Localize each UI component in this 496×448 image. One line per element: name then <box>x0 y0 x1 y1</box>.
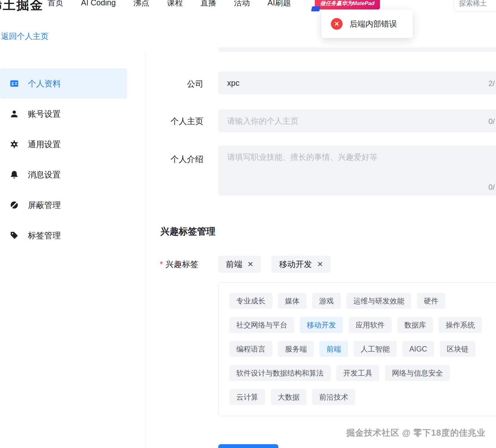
search-box <box>454 0 496 12</box>
tag-option[interactable]: 媒体 <box>278 293 307 309</box>
interest-tags-label: *兴趣标签 <box>160 259 198 270</box>
sidebar-item-label: 个人资料 <box>28 78 61 89</box>
required-star: * <box>160 259 163 269</box>
nav-item-home[interactable]: 首页 <box>47 0 63 9</box>
sidebar-item-account[interactable]: 账号设置 <box>0 99 127 129</box>
close-icon[interactable]: ✕ <box>247 261 253 268</box>
tag-option[interactable]: 前沿技术 <box>312 389 355 405</box>
tag-row: 编程语言 服务端 前端 人工智能 AIGC 区块链 <box>229 341 496 357</box>
intro-label: 个人介绍 <box>160 154 203 165</box>
company-input[interactable] <box>218 72 496 94</box>
community-watermark: 掘金技术社区 @ 零下18度的佳兆业 <box>346 427 486 439</box>
selected-tag-mobile[interactable]: 移动开发 ✕ <box>271 256 331 273</box>
nav-item-courses[interactable]: 课程 <box>167 0 183 9</box>
search-input[interactable] <box>459 0 496 8</box>
user-icon <box>9 109 19 119</box>
homepage-input[interactable] <box>218 109 496 132</box>
sidebar-item-block[interactable]: 屏蔽管理 <box>0 190 127 220</box>
tag-option-selected[interactable]: 前端 <box>319 341 348 357</box>
nav-item-live[interactable]: 直播 <box>201 0 216 9</box>
tag-option[interactable]: 运维与研发效能 <box>346 293 411 309</box>
settings-page: 稀土掘金 首页 AI Coding 沸点 课程 直播 活动 AI刷题 做任务赢华… <box>0 0 496 448</box>
bell-icon <box>9 170 19 179</box>
tag-option[interactable]: 服务端 <box>278 341 314 357</box>
tag-option[interactable]: 开发工具 <box>336 365 379 381</box>
back-link-label: 返回个人主页 <box>1 31 48 41</box>
company-field-wrap: 2/ <box>218 72 496 94</box>
promo-banner[interactable]: 做任务赢华为MatePad <box>315 0 380 9</box>
tag-option[interactable]: 网络与信息安全 <box>385 365 450 381</box>
homepage-label: 个人主页 <box>160 116 203 127</box>
tag-option[interactable]: 云计算 <box>229 389 265 405</box>
nav-item-events[interactable]: 活动 <box>234 0 250 9</box>
nav-item-pins[interactable]: 沸点 <box>133 0 149 9</box>
promo-banner-text: 做任务赢华为MatePad <box>320 0 375 7</box>
tag-row: 软件设计与数据结构和算法 开发工具 网络与信息安全 <box>229 365 496 381</box>
tag-option[interactable]: 区块链 <box>440 341 475 357</box>
sidebar-item-label: 屏蔽管理 <box>28 200 61 211</box>
tag-option[interactable]: 社交网络与平台 <box>229 317 294 333</box>
tag-icon <box>9 231 19 240</box>
selected-tags: 前端 ✕ 移动开发 ✕ <box>218 256 331 273</box>
error-icon: ✕ <box>331 18 343 30</box>
company-label: 公司 <box>160 78 203 90</box>
sidebar-item-label: 消息设置 <box>28 169 61 180</box>
selected-tag-label: 前端 <box>226 259 242 270</box>
gear-icon <box>9 140 19 149</box>
tag-picker-panel: 专业成长 媒体 游戏 运维与研发效能 硬件 社交网络与平台 移动开发 应用软件 … <box>218 283 496 416</box>
tag-option[interactable]: 软件设计与数据结构和算法 <box>229 365 331 381</box>
sidebar-item-general[interactable]: 通用设置 <box>0 129 127 159</box>
intro-textarea[interactable] <box>218 146 496 196</box>
nav-item-ai-coding[interactable]: AI Coding <box>81 0 116 9</box>
homepage-char-count: 0/ <box>488 117 495 126</box>
tag-option[interactable]: 硬件 <box>417 293 445 309</box>
sidebar-item-label: 标签管理 <box>28 230 61 241</box>
tag-option[interactable]: 操作系统 <box>439 317 482 333</box>
tag-option[interactable]: 应用软件 <box>349 317 392 333</box>
sidebar-item-label: 通用设置 <box>28 139 61 150</box>
intro-field-wrap: 0/ <box>218 146 496 196</box>
intro-char-count: 0/ <box>488 183 495 192</box>
selected-tag-label: 移动开发 <box>279 259 312 270</box>
tag-option-selected[interactable]: 移动开发 <box>300 317 343 333</box>
sidebar-item-label: 账号设置 <box>28 109 61 120</box>
sidebar-item-messages[interactable]: 消息设置 <box>0 159 127 190</box>
tag-option[interactable]: AIGC <box>402 341 434 357</box>
tag-option[interactable]: 游戏 <box>312 293 341 309</box>
block-icon <box>9 200 19 210</box>
sidebar-item-tags[interactable]: 标签管理 <box>0 220 127 251</box>
top-nav: 首页 AI Coding 沸点 课程 直播 活动 AI刷题 <box>47 0 291 9</box>
tag-option[interactable]: 大数据 <box>271 389 307 405</box>
tag-row: 专业成长 媒体 游戏 运维与研发效能 硬件 <box>229 293 496 309</box>
company-char-count: 2/ <box>488 79 495 88</box>
input-sliver <box>218 47 496 52</box>
tag-option[interactable]: 专业成长 <box>229 293 272 309</box>
selected-tag-frontend[interactable]: 前端 ✕ <box>218 256 261 273</box>
settings-sidebar: 个人资料 账号设置 通用设置 消息设置 屏蔽管理 <box>0 68 127 251</box>
tag-row: 云计算 大数据 前沿技术 <box>229 389 496 405</box>
error-toast: ✕ 后端内部错误 <box>321 9 413 38</box>
save-button[interactable] <box>218 444 278 448</box>
tag-option[interactable]: 编程语言 <box>229 341 272 357</box>
tag-option[interactable]: 数据库 <box>397 317 433 333</box>
profile-card-icon <box>9 79 19 88</box>
tag-option[interactable]: 人工智能 <box>354 341 397 357</box>
juejin-logo[interactable]: 稀土掘金 <box>0 0 44 14</box>
sidebar-content-divider <box>146 51 146 448</box>
back-to-profile-link[interactable]: ‹ 返回个人主页 <box>0 31 48 41</box>
homepage-field-wrap: 0/ <box>218 109 496 132</box>
tag-row: 社交网络与平台 移动开发 应用软件 数据库 操作系统 <box>229 317 496 333</box>
error-toast-message: 后端内部错误 <box>350 19 397 29</box>
sidebar-item-profile[interactable]: 个人资料 <box>0 68 127 99</box>
close-icon[interactable]: ✕ <box>317 261 323 268</box>
interest-tags-heading: 兴趣标签管理 <box>160 225 215 238</box>
nav-item-ai-quiz[interactable]: AI刷题 <box>268 0 291 9</box>
promo-banner-decoration <box>311 6 320 11</box>
